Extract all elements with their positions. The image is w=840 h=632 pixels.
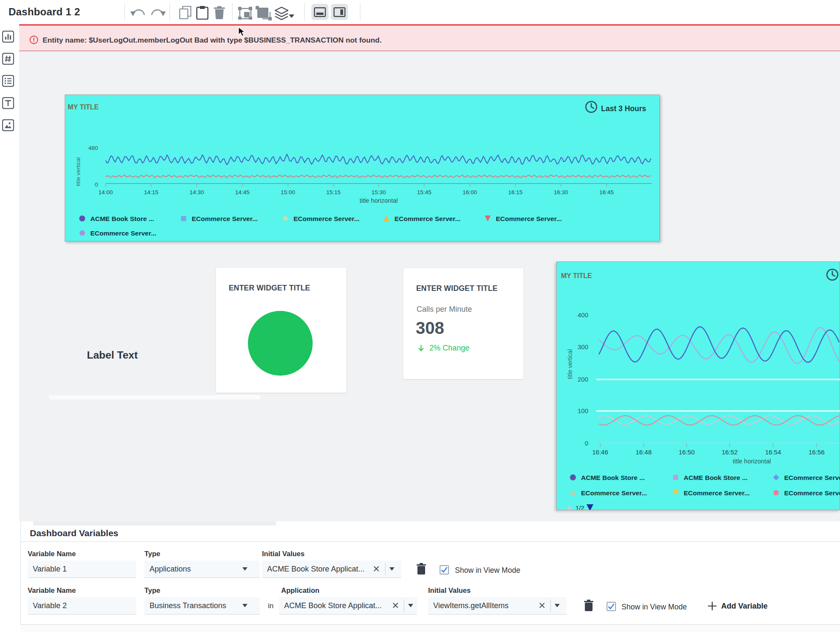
svg-text:16:54: 16:54 — [765, 448, 781, 456]
svg-text:title vertical: title vertical — [567, 349, 573, 379]
svg-text:14:30: 14:30 — [190, 189, 204, 195]
svg-text:ECommerce Server...: ECommerce Server... — [581, 489, 647, 497]
svg-text:480: 480 — [88, 145, 98, 151]
svg-text:0: 0 — [95, 181, 98, 188]
svg-text:200: 200 — [578, 376, 588, 383]
svg-text:16:00: 16:00 — [463, 189, 477, 195]
svg-text:15:45: 15:45 — [417, 189, 432, 195]
svg-text:ACME Book Store ...: ACME Book Store ... — [684, 474, 748, 481]
svg-text:ECommerce Server...: ECommerce Server... — [293, 215, 360, 222]
svg-text:ECommerce Server...: ECommerce Server... — [192, 215, 258, 222]
svg-text:16:56: 16:56 — [808, 448, 825, 456]
svg-text:16:30: 16:30 — [554, 189, 568, 195]
svg-text:title horizontal: title horizontal — [733, 458, 771, 465]
svg-text:ACME Book Store ...: ACME Book Store ... — [581, 474, 645, 481]
svg-text:title horizontal: title horizontal — [360, 197, 397, 204]
svg-text:16:48: 16:48 — [636, 448, 652, 456]
svg-text:15:00: 15:00 — [281, 189, 295, 195]
svg-text:14:15: 14:15 — [144, 189, 158, 195]
svg-text:16:50: 16:50 — [679, 448, 695, 456]
svg-text:16:15: 16:15 — [508, 189, 523, 195]
svg-text:100: 100 — [578, 407, 588, 414]
svg-text:16:45: 16:45 — [599, 189, 614, 195]
svg-text:0: 0 — [585, 440, 588, 447]
svg-text:title vertical: title vertical — [75, 157, 81, 186]
svg-text:14:00: 14:00 — [98, 189, 113, 195]
svg-text:400: 400 — [578, 311, 588, 319]
svg-text:ECommerce Server...: ECommerce Server... — [394, 215, 460, 222]
svg-text:300: 300 — [578, 343, 588, 350]
svg-text:ECommerce Server...: ECommerce Server... — [496, 215, 562, 222]
svg-text:ACME Book Store ...: ACME Book Store ... — [90, 215, 154, 222]
svg-text:15:15: 15:15 — [326, 189, 341, 195]
svg-text:1/2: 1/2 — [575, 504, 584, 510]
svg-text:ECommerce Server...: ECommerce Server... — [684, 489, 750, 497]
svg-text:ECommerce Serve: ECommerce Serve — [784, 474, 840, 481]
svg-text:ECommerce Serve: ECommerce Serve — [784, 489, 840, 497]
svg-text:14:45: 14:45 — [235, 189, 250, 195]
svg-text:16:46: 16:46 — [592, 448, 608, 456]
svg-text:16:52: 16:52 — [722, 448, 738, 456]
svg-text:ECommerce Server...: ECommerce Server... — [90, 230, 156, 237]
svg-text:15:30: 15:30 — [371, 189, 386, 195]
